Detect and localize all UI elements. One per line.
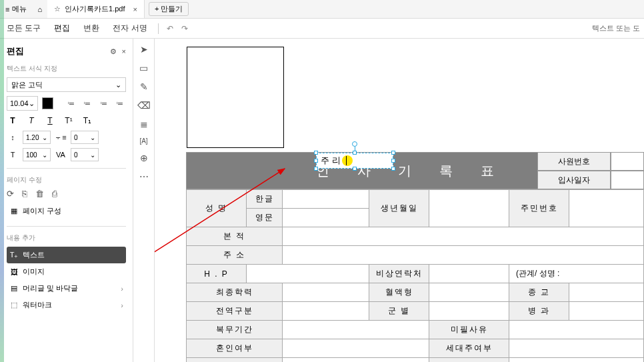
subscript-button[interactable]: T₁ — [81, 115, 93, 127]
tracking-input[interactable]: 100⌄ — [23, 148, 51, 161]
new-tab-button[interactable]: + 만들기 — [149, 2, 189, 16]
stamp-icon[interactable]: ⊕ — [140, 153, 148, 163]
label-householder: 세대주여부 — [429, 339, 509, 358]
value-marriage[interactable] — [283, 339, 429, 358]
label-account: 계좌번호 — [429, 358, 509, 363]
add-image-button[interactable]: 🖼 이미지 — [7, 263, 126, 280]
value-name-kor[interactable] — [283, 190, 369, 209]
value-hire-date — [611, 171, 644, 189]
va-icon: VA — [55, 151, 67, 159]
value-hp[interactable] — [247, 265, 369, 283]
chevron-down-icon: ⌄ — [90, 134, 95, 141]
rotate-handle[interactable] — [352, 141, 357, 147]
label-exemption: 미필사유 — [429, 321, 509, 339]
pen-icon[interactable]: ✎ — [140, 81, 148, 92]
value-mos[interactable] — [569, 302, 644, 321]
rotate-icon[interactable]: ⟳ — [7, 189, 14, 199]
tracking-icon: T — [7, 151, 19, 159]
resize-handle[interactable] — [314, 167, 318, 171]
resize-handle[interactable] — [353, 151, 357, 155]
label-relation[interactable]: (관계/ 성명 : — [509, 265, 644, 283]
value-edu[interactable] — [283, 283, 369, 302]
list-numbered-icon[interactable]: ≔ — [81, 97, 93, 110]
page-organize[interactable]: ▦ 페이지 구성 — [7, 203, 126, 219]
value-address[interactable] — [283, 246, 644, 265]
pointer-icon[interactable]: ➤ — [140, 44, 148, 55]
insert-icon[interactable]: ⎙ — [52, 189, 57, 199]
label-ssn: 주민번호 — [509, 190, 569, 227]
resize-handle[interactable] — [314, 151, 318, 155]
gear-icon[interactable]: ⚙ — [110, 47, 117, 56]
font-size-select[interactable]: 10.04 ⌄ — [7, 96, 38, 111]
va-input[interactable]: 0⌄ — [71, 148, 99, 161]
tool-esign[interactable]: 전자 서명 — [106, 23, 153, 34]
resize-handle[interactable] — [314, 159, 318, 163]
extract-icon[interactable]: ⎘ — [22, 189, 27, 199]
value-domicile[interactable] — [283, 227, 644, 246]
resize-handle[interactable] — [391, 151, 395, 155]
highlight-icon[interactable]: ≣ — [140, 119, 148, 129]
label-branch: 군 별 — [369, 302, 429, 321]
value-birth[interactable] — [429, 190, 509, 227]
label-birth: 생년월일 — [369, 190, 429, 227]
eraser-icon[interactable]: ⌫ — [137, 100, 151, 111]
label-address: 주 소 — [187, 246, 283, 265]
italic-button[interactable]: T — [25, 115, 37, 127]
panel-title: 편집 — [7, 45, 24, 57]
hamburger-icon: ≡ — [5, 5, 9, 13]
underline-button[interactable]: T — [44, 115, 56, 127]
more-icon[interactable]: ⋯ — [139, 171, 149, 182]
value-discharge[interactable] — [283, 302, 369, 321]
label-hp: H . P — [187, 265, 247, 283]
list-outdent-icon[interactable]: ≔ — [97, 97, 109, 110]
tool-all[interactable]: 모든 도구 — [0, 23, 47, 34]
line-height-input[interactable]: 1.20⌄ — [23, 131, 51, 144]
font-color-swatch[interactable] — [42, 97, 53, 109]
label-name-kor: 한글 — [247, 190, 283, 209]
undo-button[interactable]: ↶ — [163, 24, 177, 33]
add-header-footer-button[interactable]: ▤ 머리글 및 바닥글 › — [7, 280, 126, 297]
list-indent-icon[interactable]: ≔ — [114, 97, 126, 110]
text-edit-box[interactable]: 주 리 — [316, 153, 393, 169]
char-spacing-icon: ⫟≡ — [55, 133, 67, 141]
marquee-icon[interactable]: ▭ — [139, 63, 148, 73]
add-watermark-button[interactable]: ⬚ 워터마크 › — [7, 297, 126, 313]
value-blood[interactable] — [429, 283, 509, 302]
value-ssn[interactable] — [569, 190, 644, 227]
char-spacing-input[interactable]: 0⌄ — [71, 131, 99, 144]
label-bank: 급여은행 — [187, 358, 283, 363]
value-religion[interactable] — [569, 283, 644, 302]
label-name-eng: 영문 — [247, 209, 283, 227]
document-tab[interactable]: ☆ 인사기록카드1.pdf × — [47, 0, 145, 18]
chevron-down-icon: ⌄ — [42, 151, 47, 159]
value-householder[interactable] — [509, 339, 644, 358]
redo-button[interactable]: ↷ — [177, 24, 192, 33]
add-text-button[interactable]: T₊ 텍스트 — [7, 247, 126, 263]
image-icon: 🖼 — [9, 268, 19, 276]
bold-button[interactable]: T — [7, 115, 19, 127]
value-bank[interactable] — [283, 358, 429, 363]
chevron-down-icon: ⌄ — [29, 99, 35, 108]
list-bullet-icon[interactable]: ≔ — [65, 97, 77, 110]
value-emp-no — [611, 152, 644, 171]
tool-edit[interactable]: 편집 — [47, 23, 77, 34]
value-exemption[interactable] — [509, 321, 644, 339]
tool-convert[interactable]: 변환 — [77, 23, 106, 34]
value-emergency[interactable] — [429, 265, 509, 283]
menu-label: 메뉴 — [12, 4, 27, 14]
value-service[interactable] — [283, 321, 429, 339]
resize-handle[interactable] — [391, 159, 395, 163]
value-account[interactable] — [509, 358, 644, 363]
value-branch[interactable] — [429, 302, 509, 321]
resize-handle[interactable] — [353, 167, 357, 171]
delete-icon[interactable]: 🗑 — [35, 189, 44, 199]
textbox-icon[interactable]: [A] — [139, 137, 147, 145]
home-button[interactable]: ⌂ — [32, 5, 47, 13]
font-family-select[interactable]: 맑은 고딕 ⌄ — [7, 77, 126, 92]
panel-close-icon[interactable]: × — [122, 47, 126, 55]
value-name-eng[interactable] — [283, 209, 369, 227]
menu-button[interactable]: ≡ 메뉴 — [0, 4, 32, 14]
resize-handle[interactable] — [391, 167, 395, 171]
superscript-button[interactable]: T¹ — [63, 115, 75, 127]
tab-close-icon[interactable]: × — [133, 5, 137, 13]
